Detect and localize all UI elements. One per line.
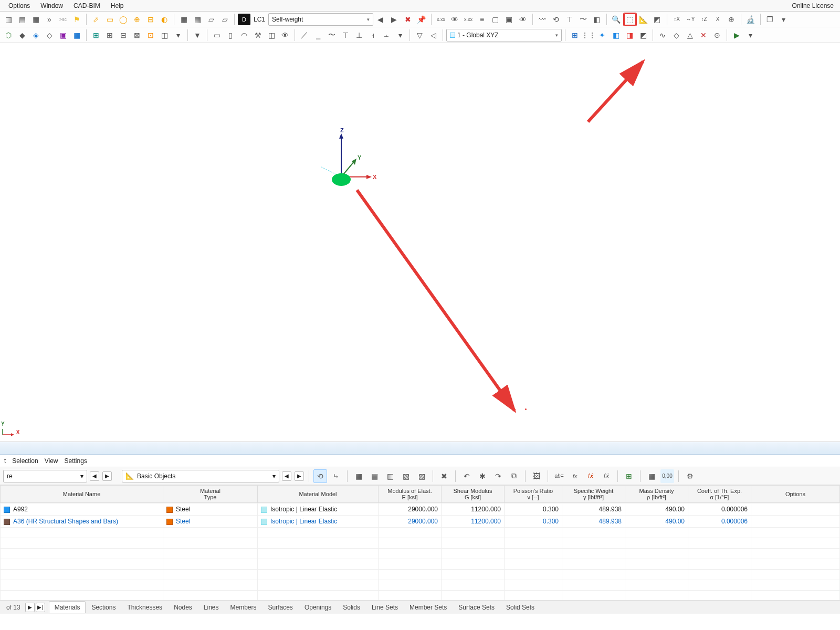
table-icon-5[interactable]: ▨ (415, 469, 428, 483)
dim-x2-icon[interactable]: x.xx (462, 13, 475, 26)
grid-icon[interactable]: ▦ (177, 13, 190, 26)
tab-thicknesses[interactable]: Thicknesses (121, 601, 168, 613)
table-row[interactable]: A36 (HR Structural Shapes and Bars) Stee… (1, 516, 840, 528)
axis-y-icon[interactable]: ↔Y (684, 13, 697, 26)
copy-panel-icon[interactable]: ⧉ (507, 469, 521, 483)
geom-cube-icon[interactable]: ◫ (265, 29, 278, 41)
mesh-icon-5[interactable]: ⊡ (144, 29, 157, 41)
caret-icon[interactable]: ▾ (778, 13, 790, 26)
plane-xy-icon[interactable]: ◧ (610, 29, 622, 41)
ortho-icon[interactable]: ◇ (670, 29, 682, 41)
table-row[interactable] (1, 528, 840, 538)
measure-icon[interactable]: 📐 (637, 13, 650, 26)
cs-icon-3[interactable]: ◈ (29, 29, 42, 41)
tab-sections[interactable]: Sections (86, 601, 121, 613)
target-icon[interactable]: ⊙ (711, 29, 723, 41)
dim-box-icon[interactable]: ▢ (489, 13, 502, 26)
decimal-icon[interactable]: 0,00 (660, 469, 674, 483)
panel-next-1-icon[interactable]: ▶ (102, 471, 112, 481)
axis-x-icon[interactable]: ↕X (670, 13, 683, 26)
segment-icon[interactable]: ⎯ (312, 29, 324, 41)
tab-nodes[interactable]: Nodes (168, 601, 198, 613)
tab-nav-last-icon[interactable]: ▶| (36, 603, 45, 612)
line-icon[interactable]: ／ (298, 29, 311, 41)
col-name[interactable]: Material Name (1, 486, 163, 503)
tab-member-sets[interactable]: Member Sets (404, 601, 453, 613)
geom-tool-icon[interactable]: ⚒ (251, 29, 264, 41)
table-row[interactable]: A992 Steel Isotropic | Linear Elastic 29… (1, 503, 840, 516)
section-icon[interactable]: ⊤ (563, 13, 576, 26)
curve-icon[interactable]: 〰 (536, 13, 549, 26)
col-E[interactable]: Modulus of Elast. E [ksi] (379, 486, 442, 503)
view3d-icon[interactable]: ◩ (651, 13, 664, 26)
plane-icon[interactable]: ▱ (205, 13, 217, 26)
sheet-icon[interactable]: ▥ (2, 13, 15, 26)
plane-yz-icon[interactable]: ◨ (623, 29, 636, 41)
mesh-icon-1[interactable]: ⊞ (90, 29, 102, 41)
settings-panel-icon[interactable]: ⚙ (683, 469, 697, 483)
layers-icon[interactable]: ▦ (29, 13, 42, 26)
undo-icon[interactable]: ↶ (460, 469, 474, 483)
menu-window[interactable]: Window (35, 1, 68, 10)
menu-help[interactable]: Help (106, 1, 129, 10)
panel-menu-selection[interactable]: Selection (12, 457, 38, 465)
fx1-icon[interactable]: fx (568, 469, 582, 483)
spring-icon[interactable]: 〜 (577, 13, 590, 26)
load-caret-icon[interactable]: ▾ (394, 29, 406, 41)
table-row[interactable] (1, 538, 840, 549)
materials-table-body[interactable]: A992 Steel Isotropic | Linear Elastic 29… (0, 503, 840, 600)
load-case-dropdown[interactable]: Self-weight ▾ (268, 13, 373, 26)
coord-system-dropdown[interactable]: 1 - Global XYZ ▾ (446, 29, 562, 41)
lasso-tool-icon[interactable]: ⟲ (313, 469, 327, 483)
mesh-caret-icon[interactable]: ▾ (172, 29, 184, 41)
calc-caret-icon[interactable]: ▾ (744, 29, 757, 41)
mesh-icon-2[interactable]: ⊞ (103, 29, 116, 41)
fx3-icon[interactable]: fẋ (600, 469, 613, 483)
col-rho[interactable]: Mass Density ρ [lb/ft³] (625, 486, 688, 503)
load-icon-2[interactable]: ⊥ (353, 29, 365, 41)
dim-x-icon[interactable]: x.xx (435, 13, 447, 26)
plane-xz-icon[interactable]: ◩ (637, 29, 649, 41)
tab-surfaces[interactable]: Surfaces (262, 601, 299, 613)
table-row[interactable] (1, 549, 840, 559)
load-icon-4[interactable]: ⫠ (380, 29, 393, 41)
model-viewport[interactable]: Z X Y Y X (0, 43, 840, 442)
cs-icon-5[interactable]: ▣ (57, 29, 69, 41)
axes-icon[interactable]: ✦ (596, 29, 608, 41)
tab-members[interactable]: Members (225, 601, 262, 613)
goto-icon[interactable]: » (43, 13, 56, 26)
grid-dots-icon[interactable]: ⋮⋮ (582, 29, 595, 41)
col-G[interactable]: Shear Modulus G [ksi] (442, 486, 505, 503)
moment-icon[interactable]: ⟲ (550, 13, 562, 26)
tab-line-sets[interactable]: Line Sets (366, 601, 404, 613)
panel-next-2-icon[interactable]: ▶ (295, 471, 304, 481)
table-icon-1[interactable]: ▦ (352, 469, 365, 483)
geom-rect2-icon[interactable]: ▯ (224, 29, 237, 41)
table-row[interactable] (1, 570, 840, 580)
tab-solids[interactable]: Solids (337, 601, 366, 613)
panel-prev-1-icon[interactable]: ◀ (90, 471, 99, 481)
redo-icon[interactable]: ↷ (491, 469, 505, 483)
select-tool-icon[interactable]: ⤷ (329, 469, 343, 483)
table-icon-4[interactable]: ▧ (399, 469, 413, 483)
cs-icon-6[interactable]: ▦ (70, 29, 83, 41)
snap-icon[interactable]: ∿ (656, 29, 669, 41)
mesh-icon-4[interactable]: ⊠ (131, 29, 143, 41)
grid-on-icon[interactable]: ⊞ (569, 29, 581, 41)
calendar-icon[interactable]: ▦ (645, 469, 658, 483)
ab-icon[interactable]: ab= (552, 469, 566, 483)
table-icon-3[interactable]: ▥ (383, 469, 397, 483)
col-nu[interactable]: Poisson's Ratio ν [--] (505, 486, 562, 503)
calculate-icon[interactable]: ▶ (730, 29, 743, 41)
tab-materials[interactable]: Materials (49, 601, 86, 613)
cs-icon-4[interactable]: ◇ (43, 29, 56, 41)
table-row[interactable] (1, 559, 840, 570)
wave-icon[interactable]: 〜 (326, 29, 338, 41)
mesh-icon-6[interactable]: ◫ (158, 29, 171, 41)
panel-menu-view[interactable]: View (45, 457, 58, 465)
axis-c-icon[interactable]: ⊕ (725, 13, 738, 26)
pin-icon[interactable]: 📌 (415, 13, 428, 26)
tab-nav-next-icon[interactable]: ▶ (25, 603, 35, 612)
panel-menu-t[interactable]: t (4, 457, 6, 465)
geom-rect-icon[interactable]: ▭ (211, 29, 223, 41)
